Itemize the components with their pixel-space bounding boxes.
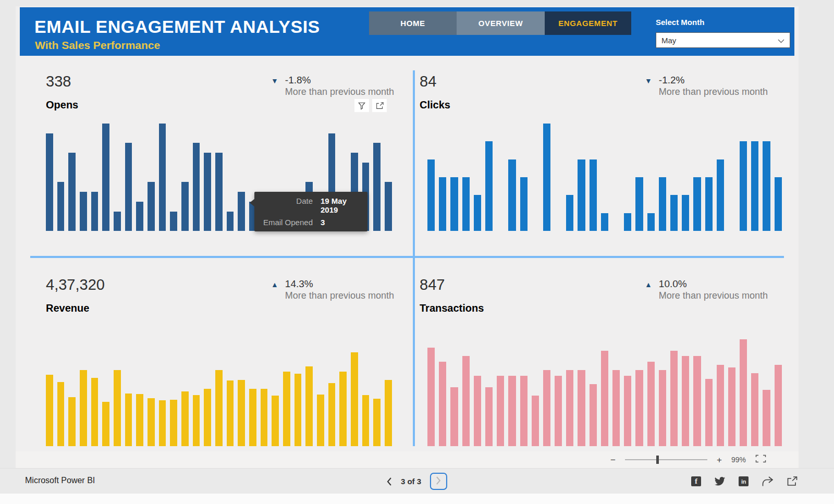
tab-overview[interactable]: OVERVIEW — [457, 11, 545, 35]
transactions-bar-day-10[interactable] — [532, 396, 539, 446]
transactions-bar-day-14[interactable] — [578, 370, 585, 446]
revenue-bar-day-30[interactable] — [373, 399, 381, 446]
open-in-new-window-icon[interactable] — [787, 476, 798, 486]
opens-bar-day-4[interactable] — [80, 192, 87, 231]
revenue-bar-day-28[interactable] — [351, 352, 358, 446]
clicks-bar-day-14[interactable] — [578, 159, 585, 231]
tab-engagement[interactable]: ENGAGEMENT — [545, 11, 631, 35]
clicks-bar-day-21[interactable] — [659, 177, 666, 231]
focus-mode-icon[interactable] — [372, 99, 387, 112]
clicks-bar-day-11[interactable] — [543, 124, 550, 231]
revenue-bar-day-5[interactable] — [91, 378, 99, 446]
transactions-bar-day-6[interactable] — [485, 387, 493, 446]
transactions-bar-day-4[interactable] — [462, 356, 470, 446]
opens-bar-day-9[interactable] — [136, 202, 143, 231]
opens-bar-day-11[interactable] — [159, 124, 166, 231]
transactions-bar-day-13[interactable] — [566, 370, 573, 446]
zoom-in-icon[interactable]: + — [717, 456, 722, 464]
twitter-icon[interactable] — [714, 476, 726, 486]
revenue-bar-day-20[interactable] — [261, 389, 268, 446]
clicks-bar-day-6[interactable] — [485, 141, 493, 231]
opens-bar-day-6[interactable] — [102, 124, 109, 231]
clicks-bar-day-18[interactable] — [624, 213, 631, 231]
transactions-bar-day-28[interactable] — [740, 339, 747, 446]
opens-bar-day-18[interactable] — [238, 192, 245, 231]
clicks-bar-day-20[interactable] — [647, 213, 655, 231]
revenue-bar-day-7[interactable] — [114, 370, 121, 446]
revenue-bar-day-17[interactable] — [227, 380, 234, 446]
facebook-icon[interactable]: f — [691, 476, 701, 486]
transactions-bar-day-27[interactable] — [728, 367, 735, 446]
transactions-bar-day-20[interactable] — [647, 362, 655, 446]
clicks-bar-day-5[interactable] — [474, 195, 481, 231]
transactions-bar-day-7[interactable] — [497, 376, 504, 446]
revenue-bar-day-14[interactable] — [193, 395, 200, 446]
revenue-bar-day-27[interactable] — [339, 372, 347, 446]
revenue-bar-day-13[interactable] — [181, 391, 189, 446]
transactions-bar-day-2[interactable] — [439, 362, 446, 446]
transactions-bar-day-21[interactable] — [659, 370, 666, 446]
transactions-bar-day-8[interactable] — [508, 376, 516, 446]
opens-bar-day-17[interactable] — [227, 212, 234, 231]
clicks-bar-day-2[interactable] — [439, 177, 446, 231]
opens-bar-day-30[interactable] — [373, 143, 381, 231]
transactions-bar-day-19[interactable] — [635, 370, 643, 446]
revenue-bar-day-18[interactable] — [238, 380, 245, 446]
transactions-bar-day-29[interactable] — [751, 373, 758, 446]
clicks-bar-day-8[interactable] — [508, 159, 516, 231]
transactions-bar-day-24[interactable] — [693, 356, 701, 446]
revenue-bar-day-4[interactable] — [80, 370, 87, 446]
share-icon[interactable] — [762, 476, 774, 487]
transactions-bar-day-18[interactable] — [624, 376, 631, 446]
transactions-bar-day-25[interactable] — [705, 379, 713, 446]
clicks-bar-day-22[interactable] — [670, 195, 678, 231]
revenue-bar-day-8[interactable] — [125, 394, 132, 446]
transactions-bar-day-5[interactable] — [474, 376, 481, 446]
revenue-bar-day-9[interactable] — [136, 394, 143, 446]
opens-bar-day-13[interactable] — [181, 182, 189, 231]
clicks-bar-day-31[interactable] — [775, 177, 782, 231]
clicks-bar-day-13[interactable] — [566, 195, 573, 231]
opens-bar-day-1[interactable] — [46, 133, 53, 231]
opens-bar-day-8[interactable] — [125, 143, 132, 231]
transactions-bar-day-17[interactable] — [612, 370, 620, 446]
clicks-bar-day-4[interactable] — [462, 177, 470, 231]
revenue-bar-day-6[interactable] — [102, 402, 109, 446]
opens-bar-day-31[interactable] — [385, 182, 392, 231]
opens-bar-day-14[interactable] — [193, 143, 200, 231]
clicks-bar-day-15[interactable] — [590, 159, 597, 231]
transactions-bar-day-16[interactable] — [601, 351, 608, 446]
revenue-bar-day-22[interactable] — [283, 372, 290, 446]
revenue-bar-day-25[interactable] — [317, 395, 324, 446]
transactions-bar-day-15[interactable] — [590, 384, 597, 446]
opens-bar-day-15[interactable] — [204, 153, 211, 231]
tab-home[interactable]: HOME — [369, 11, 457, 35]
revenue-bar-day-11[interactable] — [159, 400, 166, 446]
transactions-bar-day-31[interactable] — [775, 365, 782, 446]
zoom-slider-thumb[interactable] — [656, 456, 659, 464]
opens-bar-day-16[interactable] — [215, 153, 223, 231]
opens-bar-day-12[interactable] — [170, 212, 177, 231]
clicks-bar-day-26[interactable] — [717, 159, 724, 231]
revenue-bar-day-31[interactable] — [385, 380, 392, 446]
transactions-bar-day-30[interactable] — [763, 390, 770, 446]
transactions-bar-day-9[interactable] — [520, 376, 528, 446]
revenue-bar-day-21[interactable] — [272, 396, 279, 446]
next-page-button[interactable] — [430, 473, 447, 490]
clicks-bar-day-16[interactable] — [601, 213, 608, 231]
revenue-bar-day-15[interactable] — [204, 389, 211, 446]
transactions-bar-day-12[interactable] — [555, 376, 562, 446]
clicks-bar-day-1[interactable] — [427, 159, 435, 231]
clicks-bar-day-3[interactable] — [450, 177, 458, 231]
clicks-bar-day-28[interactable] — [740, 141, 747, 231]
clicks-bar-day-19[interactable] — [635, 177, 643, 231]
transactions-bar-day-23[interactable] — [682, 356, 689, 446]
opens-bar-day-3[interactable] — [68, 153, 76, 231]
opens-bar-day-5[interactable] — [91, 192, 99, 231]
zoom-slider[interactable] — [625, 459, 707, 460]
revenue-bar-day-2[interactable] — [57, 382, 65, 446]
clicks-bar-day-30[interactable] — [763, 141, 770, 231]
transactions-bar-day-11[interactable] — [543, 370, 550, 446]
revenue-bar-day-10[interactable] — [148, 398, 155, 446]
fit-to-page-icon[interactable] — [755, 454, 766, 465]
